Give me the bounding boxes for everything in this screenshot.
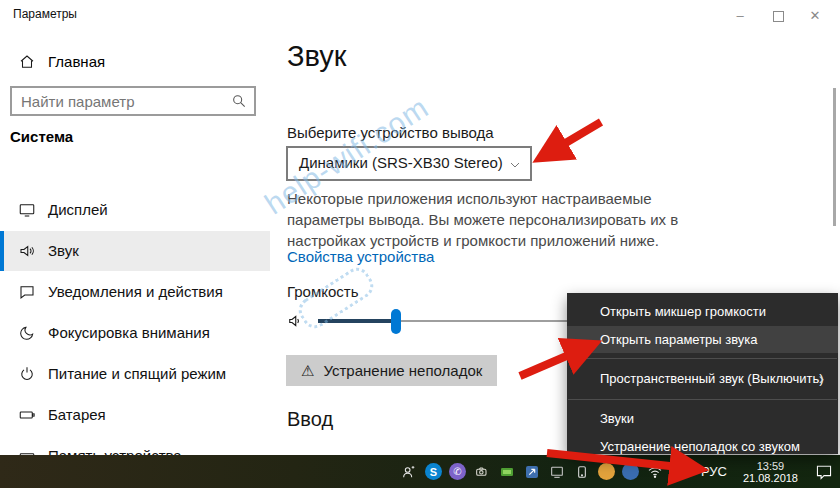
home-icon xyxy=(18,53,36,71)
menu-item-troubleshoot-sound[interactable]: Устранение неполадок со звуком xyxy=(567,433,838,461)
warning-icon: ⚠ xyxy=(301,362,314,380)
viber-icon[interactable]: ✆ xyxy=(449,463,466,480)
maximize-icon xyxy=(773,11,784,22)
sidebar-item-battery[interactable]: Батарея xyxy=(0,395,270,435)
input-section-title: Ввод xyxy=(287,408,333,431)
menu-item-label: Пространственный звук (Выключить) xyxy=(600,371,824,386)
volume-label: Громкость xyxy=(287,283,359,300)
menu-separator xyxy=(568,358,837,359)
vertical-scrollbar[interactable] xyxy=(833,88,836,226)
sidebar-item-label: Фокусировка внимания xyxy=(48,313,210,353)
focus-assist-icon xyxy=(18,324,36,342)
menu-item-sounds[interactable]: Звуки xyxy=(567,405,838,433)
sidebar-section-title: Система xyxy=(10,128,73,145)
camera-icon[interactable] xyxy=(473,463,491,481)
search-icon[interactable] xyxy=(231,93,247,109)
skype-icon[interactable]: S xyxy=(425,463,442,480)
sidebar-item-focus-assist[interactable]: Фокусировка внимания xyxy=(0,313,270,353)
minimize-button[interactable]: – xyxy=(727,6,753,26)
home-label: Главная xyxy=(48,53,105,70)
sidebar-item-power-sleep[interactable]: Питание и спящий режим xyxy=(0,354,270,394)
clock-time: 13:59 xyxy=(757,460,785,472)
monitor-app-icon[interactable] xyxy=(548,463,566,481)
wifi-icon[interactable] xyxy=(646,463,664,481)
search-box[interactable] xyxy=(10,86,256,116)
language-indicator[interactable]: РУС xyxy=(696,464,732,479)
window-title: Параметры xyxy=(13,7,77,21)
close-button[interactable]: ✕ xyxy=(802,6,828,26)
display-icon xyxy=(18,201,36,219)
slider-thumb[interactable] xyxy=(391,309,401,334)
power-sleep-icon xyxy=(18,365,36,383)
sidebar-item-label: Питание и спящий режим xyxy=(48,354,226,394)
volume-context-menu: Открыть микшер громкости Открыть парамет… xyxy=(567,293,838,454)
blue-app-icon[interactable] xyxy=(622,463,639,480)
sidebar-item-home[interactable]: Главная xyxy=(0,46,270,78)
device-properties-link[interactable]: Свойства устройства xyxy=(287,248,434,265)
sidebar-item-label: Дисплей xyxy=(48,190,108,230)
sidebar-item-label: Звук xyxy=(48,231,79,271)
output-device-label: Выберите устройство вывода xyxy=(287,124,494,141)
troubleshoot-button[interactable]: ⚠ Устранение неполадок xyxy=(286,355,497,386)
selected-accent-bar xyxy=(0,231,4,271)
titlebar: Параметры – ✕ xyxy=(0,0,840,32)
maximize-button[interactable] xyxy=(765,6,791,26)
clock-date: 21.08.2018 xyxy=(743,472,798,484)
sidebar-item-label: Батарея xyxy=(48,395,106,435)
volume-icon[interactable] xyxy=(671,463,689,481)
menu-item-open-volume-mixer[interactable]: Открыть микшер громкости xyxy=(567,298,838,326)
sidebar-item-display[interactable]: Дисплей xyxy=(0,190,270,230)
sidebar-item-notifications[interactable]: Уведомления и действия xyxy=(0,272,270,312)
page-title: Звук xyxy=(287,40,346,73)
taskbar-clock[interactable]: 13:59 21.08.2018 xyxy=(739,460,802,484)
settings-sidebar: Главная Система Дисплей Звук Уведомления… xyxy=(0,32,270,455)
troubleshoot-label: Устранение неполадок xyxy=(323,362,482,379)
sidebar-item-label: Уведомления и действия xyxy=(48,272,223,312)
search-input[interactable] xyxy=(12,88,231,114)
sound-icon xyxy=(18,242,36,260)
phone-app-icon[interactable] xyxy=(573,463,591,481)
output-description: Некоторые приложения используют настраив… xyxy=(287,188,681,251)
orange-app-icon[interactable] xyxy=(598,463,615,480)
sidebar-item-sound[interactable]: Звук xyxy=(0,231,270,271)
slider-fill xyxy=(318,319,396,323)
battery-icon xyxy=(18,406,36,424)
submenu-chevron-icon: › xyxy=(819,364,824,394)
action-center-icon[interactable] xyxy=(815,463,833,481)
menu-item-spatial-sound[interactable]: Пространственный звук (Выключить) › xyxy=(567,364,838,394)
people-icon[interactable] xyxy=(400,463,418,481)
notifications-icon xyxy=(18,283,36,301)
output-device-value: Динамики (SRS-XB30 Stereo) xyxy=(299,154,503,171)
speaker-icon[interactable] xyxy=(286,312,304,330)
menu-item-open-sound-settings[interactable]: Открыть параметры звука xyxy=(567,326,838,353)
menu-separator xyxy=(568,399,837,400)
green-app-icon[interactable] xyxy=(498,463,516,481)
screenshot-app-icon[interactable] xyxy=(523,463,541,481)
output-device-dropdown[interactable]: Динамики (SRS-XB30 Stereo) xyxy=(286,146,532,181)
chevron-down-icon xyxy=(509,157,521,169)
